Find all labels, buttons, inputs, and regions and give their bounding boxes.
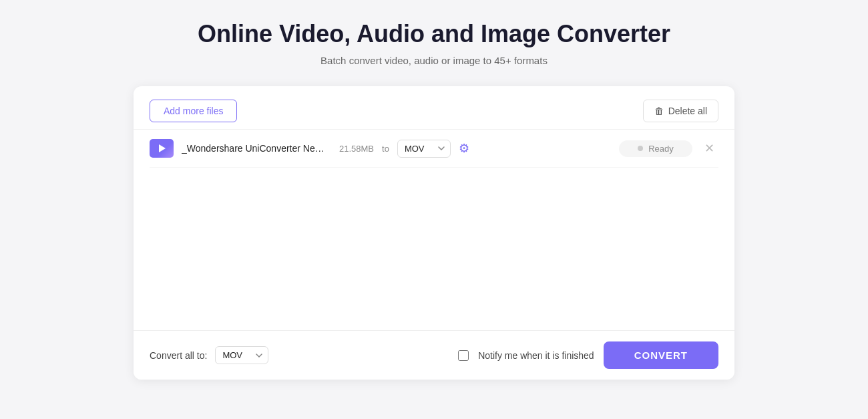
- notify-checkbox[interactable]: [458, 350, 469, 361]
- remove-file-button[interactable]: ✕: [700, 140, 718, 157]
- file-thumbnail: [150, 139, 174, 158]
- bottom-left: Convert all to: MOV MP4 AVI MKV WMV FLV …: [150, 346, 268, 364]
- table-row: _Wondershare UniConverter New Ver.... 21…: [150, 130, 718, 168]
- page-title: Online Video, Audio and Image Converter: [198, 20, 670, 48]
- panel-toolbar: Add more files 🗑 Delete all: [134, 86, 734, 130]
- file-list: _Wondershare UniConverter New Ver.... 21…: [134, 130, 734, 330]
- page-header: Online Video, Audio and Image Converter …: [198, 20, 670, 66]
- convert-all-format-select[interactable]: MOV MP4 AVI MKV WMV FLV MP3 AAC WAV JPG …: [215, 346, 268, 364]
- convert-button[interactable]: CONVERT: [604, 341, 718, 369]
- convert-all-label: Convert all to:: [150, 350, 207, 361]
- main-panel: Add more files 🗑 Delete all _Wondershare…: [134, 86, 734, 380]
- status-text: Ready: [648, 144, 674, 154]
- play-icon: [159, 144, 166, 152]
- delete-all-label: Delete all: [668, 106, 707, 116]
- file-name: _Wondershare UniConverter New Ver....: [182, 143, 329, 154]
- to-label: to: [382, 144, 389, 154]
- notify-label: Notify me when it is finished: [478, 350, 594, 361]
- delete-all-button[interactable]: 🗑 Delete all: [643, 100, 718, 122]
- format-select[interactable]: MOV MP4 AVI MKV WMV FLV MP3 AAC WAV JPG …: [397, 140, 451, 158]
- status-badge: Ready: [619, 140, 692, 157]
- add-files-button[interactable]: Add more files: [150, 100, 237, 122]
- settings-icon[interactable]: ⚙: [459, 141, 469, 156]
- bottom-right: Notify me when it is finished CONVERT: [458, 341, 718, 369]
- page-subtitle: Batch convert video, audio or image to 4…: [198, 55, 670, 66]
- file-size: 21.58MB: [339, 144, 374, 154]
- status-dot: [638, 146, 643, 151]
- panel-bottom: Convert all to: MOV MP4 AVI MKV WMV FLV …: [134, 330, 734, 380]
- trash-icon: 🗑: [654, 106, 664, 116]
- page-wrapper: Online Video, Audio and Image Converter …: [13, 20, 855, 380]
